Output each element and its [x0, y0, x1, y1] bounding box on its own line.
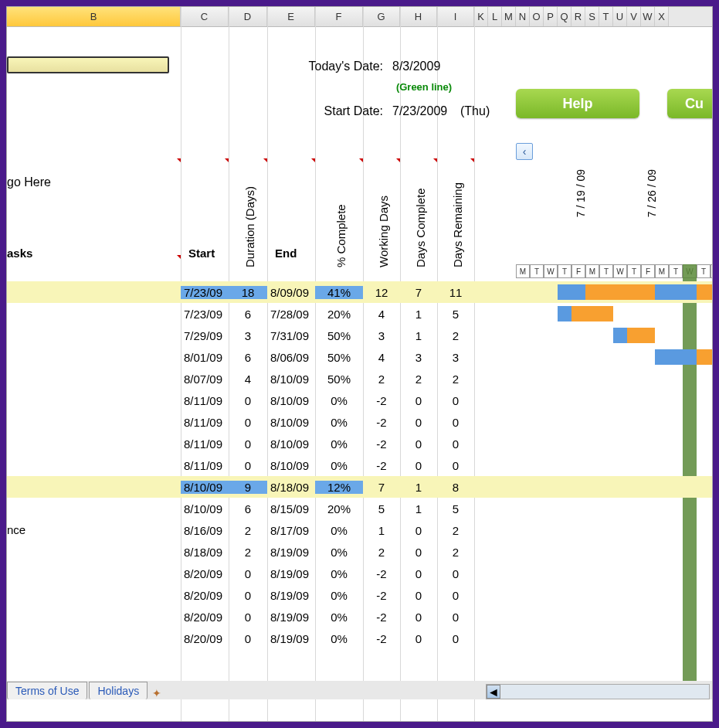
gantt-row: [516, 498, 713, 519]
new-sheet-icon[interactable]: ✦: [149, 687, 164, 699]
col-header-N[interactable]: N: [516, 7, 530, 26]
col-header-R[interactable]: R: [571, 7, 585, 26]
day-cell: T: [697, 264, 711, 278]
gantt-row: [516, 346, 713, 368]
col-header-H[interactable]: H: [400, 7, 437, 26]
col-header-C[interactable]: C: [181, 7, 229, 26]
day-cell: W: [544, 264, 558, 278]
day-cell: M: [585, 264, 599, 278]
col-header-S[interactable]: S: [585, 7, 599, 26]
start-header: Start: [181, 247, 229, 267]
chevron-left-icon: ‹: [523, 145, 527, 158]
comment-marker-icon: [177, 158, 181, 162]
day-cell: T: [669, 264, 683, 278]
col-header-X[interactable]: X: [655, 7, 669, 26]
gantt-row: [516, 281, 713, 303]
comment-marker-icon: [396, 158, 400, 162]
col-header-B[interactable]: B: [7, 7, 181, 26]
help-button[interactable]: Help: [516, 89, 639, 118]
col-header-E[interactable]: E: [267, 7, 315, 26]
comment-marker-icon: [470, 158, 474, 162]
gantt-row: [516, 390, 713, 411]
gantt-row: [516, 584, 713, 606]
green-line-note: (Green line): [389, 81, 459, 93]
week-headers: 7 / 19 / 097 / 26 / 098 / 2 / 09: [516, 169, 713, 217]
day-cell: F: [641, 264, 655, 278]
week-label: 8 / 2 / 09: [658, 169, 713, 217]
column-headers: BCDEFGHIKLMNOPQRSTUVWX: [7, 7, 712, 27]
todays-date[interactable]: 8/3/2009: [389, 60, 459, 73]
day-cell: T: [558, 264, 571, 278]
days-complete-header: Days Complete: [402, 138, 439, 267]
start-date[interactable]: 7/23/2009: [389, 104, 457, 118]
gantt-row: [516, 303, 713, 325]
tasks-header: asks: [7, 247, 181, 267]
day-cell: T: [530, 264, 544, 278]
day-cell: M: [655, 264, 669, 278]
gantt-row: [516, 519, 713, 541]
comment-marker-icon: [311, 158, 315, 162]
scroll-left-button[interactable]: ‹: [516, 143, 533, 160]
comment-marker-icon: [263, 158, 267, 162]
gantt-row: [516, 368, 713, 390]
info-area: Today's Date: 8/3/2009 (Green line) Star…: [7, 27, 712, 148]
col-header-G[interactable]: G: [363, 7, 400, 26]
gantt-row: [516, 563, 713, 584]
days-remaining-header: Days Remaining: [439, 138, 476, 267]
comment-marker-icon: [225, 158, 229, 162]
col-header-O[interactable]: O: [530, 7, 544, 26]
day-cell: W: [613, 264, 627, 278]
task-label-nce: nce: [7, 523, 25, 536]
gantt-row: [516, 454, 713, 476]
gantt-row: [516, 433, 713, 454]
day-cell: F: [571, 264, 585, 278]
logo-placeholder: go Here: [7, 175, 51, 189]
day-cell: F: [711, 264, 713, 278]
working-days-header: Working Days: [365, 138, 402, 267]
col-header-M[interactable]: M: [502, 7, 516, 26]
col-header-I[interactable]: I: [437, 7, 474, 26]
col-header-D[interactable]: D: [229, 7, 267, 26]
col-header-L[interactable]: L: [488, 7, 502, 26]
end-header: End: [267, 247, 315, 267]
gantt-row: [516, 411, 713, 433]
comment-marker-icon: [359, 158, 363, 162]
col-header-K[interactable]: K: [474, 7, 488, 26]
comment-marker-icon: [433, 158, 437, 162]
cu-button[interactable]: Cu: [667, 89, 713, 118]
col-header-V[interactable]: V: [627, 7, 641, 26]
pct-complete-header: % Complete: [317, 138, 365, 267]
day-cell: T: [627, 264, 641, 278]
col-header-P[interactable]: P: [544, 7, 558, 26]
tab-terms[interactable]: Terms of Use: [7, 682, 87, 699]
todays-date-label: Today's Date:: [7, 60, 389, 73]
gantt-chart: [516, 281, 713, 649]
gantt-row: [516, 325, 713, 346]
day-cell: M: [516, 264, 530, 278]
start-date-label: Start Date:: [7, 104, 389, 118]
horiz-headers: asks Start End: [7, 247, 315, 267]
col-header-U[interactable]: U: [613, 7, 627, 26]
day-cell: T: [599, 264, 613, 278]
gantt-row: [516, 476, 713, 498]
gantt-row: [516, 628, 713, 649]
col-header-F[interactable]: F: [315, 7, 363, 26]
week-label: 7 / 19 / 09: [516, 169, 587, 217]
gantt-row: [516, 606, 713, 628]
start-dow: (Thu): [457, 104, 496, 118]
gantt-row: [516, 541, 713, 563]
col-header-W[interactable]: W: [641, 7, 655, 26]
tab-holidays[interactable]: Holidays: [89, 682, 148, 699]
horizontal-scrollbar[interactable]: ◄: [486, 684, 710, 699]
week-label: 7 / 26 / 09: [587, 169, 658, 217]
scrollbar-thumb[interactable]: ◄: [487, 685, 500, 699]
col-header-T[interactable]: T: [599, 7, 613, 26]
col-header-Q[interactable]: Q: [558, 7, 571, 26]
spreadsheet-frame: BCDEFGHIKLMNOPQRSTUVWX Today's Date: 8/3…: [6, 6, 713, 722]
